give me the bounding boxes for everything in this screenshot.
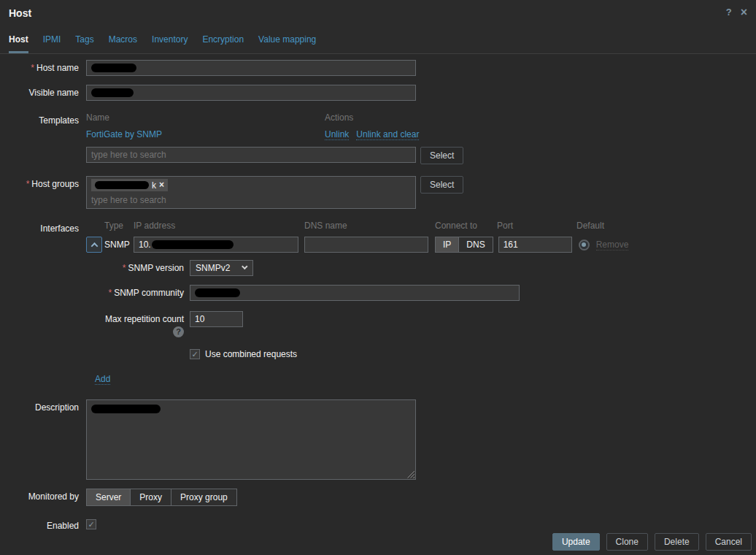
connect-to-ip-button[interactable]: IP — [436, 237, 458, 252]
redacted-visible-name — [91, 88, 134, 97]
templates-col-name: Name — [86, 112, 325, 123]
host-groups-label: Host groups — [31, 179, 79, 189]
snmp-interface-row: SNMP 10. IP DNS Remove — [86, 237, 628, 253]
redacted-ip — [152, 240, 234, 249]
snmp-version-label: SNMP version — [128, 263, 184, 273]
required-marker: * — [123, 263, 126, 273]
col-port: Port — [497, 221, 576, 231]
description-label: Description — [0, 399, 86, 413]
templates-col-actions: Actions — [325, 112, 353, 123]
max-repetition-input[interactable] — [190, 311, 243, 327]
monitored-by-proxy-group-button[interactable]: Proxy group — [171, 489, 236, 505]
template-link[interactable]: FortiGate by SNMP — [86, 129, 162, 139]
chip-remove-icon[interactable]: × — [159, 180, 164, 191]
combined-requests-checkbox[interactable]: ✓ — [190, 349, 200, 359]
add-interface-link[interactable]: Add — [95, 374, 110, 385]
host-tab-content: *Host name Visible name Templates Name A… — [0, 53, 756, 555]
chevron-down-icon — [242, 264, 247, 269]
cancel-button[interactable]: Cancel — [706, 533, 752, 551]
description-row: Description — [0, 399, 756, 480]
enabled-label: Enabled — [0, 518, 86, 531]
templates-label: Templates — [0, 112, 86, 126]
interfaces-label: Interfaces — [0, 221, 86, 234]
dns-name-input[interactable] — [304, 237, 428, 253]
tab-host[interactable]: Host — [9, 34, 28, 53]
interface-type: SNMP — [104, 240, 134, 250]
host-name-input[interactable] — [86, 60, 416, 76]
snmp-version-select[interactable]: SNMPv2 — [190, 260, 253, 276]
host-name-label: Host name — [36, 63, 79, 73]
dialog-header: Host ? × — [0, 0, 756, 19]
default-interface-radio[interactable] — [579, 240, 590, 250]
monitored-by-proxy-button[interactable]: Proxy — [130, 489, 171, 505]
host-groups-select-button[interactable]: Select — [420, 176, 463, 194]
templates-header: Name Actions — [86, 112, 463, 123]
required-marker: * — [26, 179, 30, 189]
col-type: Type — [104, 221, 134, 231]
col-dns-name: DNS name — [304, 221, 435, 231]
required-marker: * — [31, 63, 34, 73]
redacted-description — [91, 405, 161, 413]
tab-tags[interactable]: Tags — [75, 34, 93, 53]
tab-value-mapping[interactable]: Value mapping — [258, 34, 316, 53]
visible-name-label: Visible name — [0, 85, 86, 98]
snmp-community-row: *SNMP community — [93, 285, 756, 301]
combined-requests-label: Use combined requests — [205, 349, 297, 359]
snmp-community-input[interactable] — [190, 285, 520, 301]
enabled-checkbox[interactable]: ✓ — [86, 519, 96, 529]
templates-row: Templates Name Actions FortiGate by SNMP… — [0, 112, 756, 164]
host-name-row: *Host name — [0, 60, 756, 76]
ip-address-input[interactable]: 10. — [134, 237, 298, 253]
help-icon[interactable]: ? — [726, 7, 732, 18]
description-textarea[interactable] — [86, 399, 416, 480]
redacted-host-group — [95, 181, 149, 189]
snmp-version-row: *SNMP version SNMPv2 — [93, 260, 756, 276]
snmp-community-label: SNMP community — [114, 288, 184, 298]
unlink-link[interactable]: Unlink — [325, 129, 349, 140]
tab-encryption[interactable]: Encryption — [202, 34, 244, 53]
ip-prefix: 10. — [139, 240, 151, 250]
col-ip-address: IP address — [134, 221, 304, 231]
col-default: Default — [576, 221, 628, 231]
monitored-by-row: Monitored by Server Proxy Proxy group — [0, 489, 756, 506]
chevron-up-icon — [90, 242, 98, 249]
host-groups-multiselect[interactable]: k × type here to search — [86, 176, 416, 209]
host-groups-row: *Host groups k × type here to search Sel… — [0, 176, 756, 209]
linked-template-row: FortiGate by SNMP Unlink Unlink and clea… — [86, 129, 463, 140]
required-marker: * — [109, 288, 112, 298]
host-edit-dialog: Host ? × Host IPMI Tags Macros Inventory… — [0, 0, 756, 555]
monitored-by-label: Monitored by — [0, 489, 86, 502]
host-group-chip: k × — [91, 179, 168, 191]
template-select-button[interactable]: Select — [420, 147, 463, 164]
template-search-input[interactable] — [86, 147, 416, 163]
monitored-by-server-button[interactable]: Server — [87, 489, 130, 505]
close-icon[interactable]: × — [741, 7, 747, 18]
tab-inventory[interactable]: Inventory — [152, 34, 188, 53]
tab-ipmi[interactable]: IPMI — [43, 34, 61, 53]
combined-requests-row: ✓ Use combined requests — [93, 349, 756, 359]
dialog-title: Host — [9, 7, 31, 19]
update-button[interactable]: Update — [552, 533, 600, 551]
dialog-footer: Update Clone Delete Cancel — [552, 533, 752, 551]
resize-grip[interactable] — [406, 470, 414, 478]
connect-to-dns-button[interactable]: DNS — [458, 237, 492, 252]
host-group-chip-remnant: k — [152, 180, 156, 191]
interfaces-header: Type IP address DNS name Connect to Port… — [86, 221, 628, 231]
visible-name-row: Visible name — [0, 85, 756, 101]
host-groups-search-placeholder[interactable]: type here to search — [91, 195, 411, 205]
port-input[interactable] — [498, 237, 572, 253]
clone-button[interactable]: Clone — [606, 533, 648, 551]
unlink-and-clear-link[interactable]: Unlink and clear — [356, 129, 419, 140]
help-hint-icon[interactable]: ? — [173, 326, 184, 337]
tab-bar: Host IPMI Tags Macros Inventory Encrypti… — [0, 34, 756, 53]
redacted-host-name — [91, 64, 136, 72]
tab-macros[interactable]: Macros — [109, 34, 137, 53]
monitored-by-toggle: Server Proxy Proxy group — [86, 489, 237, 506]
collapse-interface-button[interactable] — [86, 237, 102, 253]
interfaces-row: Interfaces Type IP address DNS name Conn… — [0, 221, 756, 253]
enabled-row: Enabled ✓ — [0, 518, 756, 531]
max-repetition-label: Max repetition count — [105, 314, 184, 324]
delete-button[interactable]: Delete — [655, 533, 699, 551]
max-repetition-row: Max repetition count? — [93, 311, 756, 337]
visible-name-input[interactable] — [86, 85, 416, 101]
